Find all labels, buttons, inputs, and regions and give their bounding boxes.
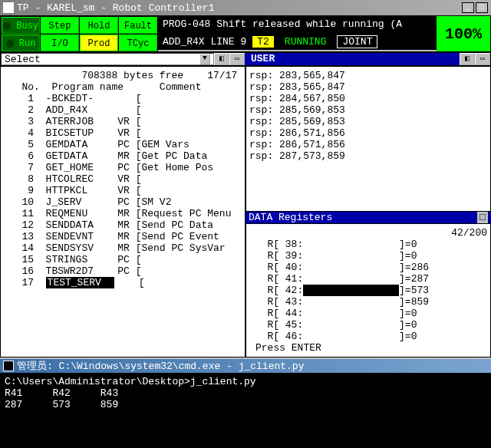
press-enter-prompt: Press ENTER bbox=[249, 342, 487, 354]
register-row[interactable]: R[ 40: ]=286 bbox=[249, 262, 487, 273]
program-list-pane[interactable]: 708388 bytes free 17/17 No. Program name… bbox=[0, 66, 246, 357]
program-row[interactable]: 5 GEMDATA PC [GEM Vars ] bbox=[4, 139, 242, 150]
main-area: 708388 bytes free 17/17 No. Program name… bbox=[0, 66, 491, 357]
program-row[interactable]: 2 ADD_R4X [ ] bbox=[4, 104, 242, 116]
rsp-line: rsp: 285,569,853 bbox=[249, 104, 487, 116]
override-percent[interactable]: 100% bbox=[437, 16, 490, 51]
select-label: Select bbox=[5, 54, 41, 64]
busy-button[interactable]: Busy bbox=[2, 17, 40, 34]
run-button[interactable]: Run bbox=[2, 35, 40, 51]
register-row[interactable]: R[ 42: ]=573 bbox=[249, 285, 487, 296]
busy-indicator-icon bbox=[3, 22, 11, 30]
program-row[interactable]: 17 TEST_SERV [ ] bbox=[4, 277, 242, 288]
chevron-down-icon[interactable]: ▼ bbox=[199, 54, 210, 64]
program-row[interactable]: 16 TBSWR2D7 PC [ ] bbox=[4, 265, 242, 277]
register-row[interactable]: R[ 46: ]=0 bbox=[249, 331, 487, 342]
prod-button[interactable]: Prod bbox=[80, 35, 118, 51]
data-registers-pane[interactable]: 42/200 R[ 38: ]=0 R[ 39: ]=0 R[ 40: ]=28… bbox=[246, 223, 491, 357]
register-row[interactable]: R[ 39: ]=0 bbox=[249, 250, 487, 262]
rsp-line: rsp: 286,571,856 bbox=[249, 127, 487, 139]
hold-button[interactable]: Hold bbox=[80, 17, 118, 34]
run-indicator-icon bbox=[6, 40, 14, 48]
program-row[interactable]: 4 BICSETUP VR [ ] bbox=[4, 127, 242, 139]
app-icon bbox=[3, 2, 14, 13]
program-row[interactable]: 1 -BCKEDT- [ ] bbox=[4, 93, 242, 104]
t2-mode-badge: T2 bbox=[252, 36, 274, 48]
alarm-line: PROG-048 Shift released while running (A bbox=[158, 16, 437, 33]
program-row[interactable]: 7 GET_HOME PC [Get Home Pos ] bbox=[4, 162, 242, 173]
program-row[interactable]: 10 J_SERV PC [SM V2 ] bbox=[4, 196, 242, 208]
program-status-line: ADD_R4X LINE 9 T2 RUNNING JOINT bbox=[158, 33, 437, 50]
register-count: 42/200 bbox=[249, 227, 487, 239]
window-icon[interactable]: ▭ bbox=[475, 53, 490, 65]
cmd-title-text: 管理员: C:\Windows\system32\cmd.exe - j_cli… bbox=[17, 359, 304, 373]
joint-badge: JOINT bbox=[337, 35, 377, 48]
close-icon[interactable]: □ bbox=[477, 212, 488, 223]
rsp-line: rsp: 284,567,850 bbox=[249, 93, 487, 104]
cycle-button[interactable]: TCyc bbox=[119, 35, 157, 51]
program-row[interactable]: 14 SENDSYSV MR [Send PC SysVar ] bbox=[4, 242, 242, 254]
rsp-line: rsp: 285,569,853 bbox=[249, 116, 487, 127]
register-row[interactable]: R[ 44: ]=0 bbox=[249, 308, 487, 319]
select-row: Select ▼ ◧ ▭ USER ◧ ▭ bbox=[0, 52, 491, 66]
program-row[interactable]: 3 ATERRJOB VR [ ] bbox=[4, 116, 242, 127]
bytes-free-line: 708388 bytes free 17/17 bbox=[4, 70, 242, 81]
data-registers-label: DATA Registers bbox=[249, 212, 332, 223]
cmd-icon bbox=[3, 361, 14, 371]
split-icon[interactable]: ◧ bbox=[460, 53, 475, 65]
minimize-button[interactable]: _ bbox=[462, 2, 474, 13]
user-tab[interactable]: USER bbox=[245, 53, 460, 65]
cmd-title-bar: 管理员: C:\Windows\system32\cmd.exe - j_cli… bbox=[0, 359, 491, 373]
toolbar: Busy Step Hold Fault Run I/O Prod TCyc P… bbox=[0, 15, 491, 52]
fault-button[interactable]: Fault bbox=[119, 17, 157, 34]
register-row[interactable]: R[ 41: ]=287 bbox=[249, 273, 487, 285]
program-row[interactable]: 11 REQMENU MR [Request PC Menu ] bbox=[4, 208, 242, 219]
title-bar: TP - KAREL_sm - Robot Controller1 _ □ bbox=[0, 0, 491, 15]
program-row[interactable]: 15 STRINGS PC [ ] bbox=[4, 254, 242, 265]
running-badge: RUNNING bbox=[280, 36, 331, 48]
split-icon[interactable]: ◧ bbox=[214, 53, 229, 65]
register-row[interactable]: R[ 45: ]=0 bbox=[249, 319, 487, 331]
pane-controls-right: ◧ ▭ bbox=[460, 53, 490, 65]
register-row[interactable]: R[ 43: ]=859 bbox=[249, 296, 487, 308]
select-dropdown[interactable]: Select ▼ bbox=[1, 53, 214, 65]
program-row[interactable]: 9 HTTPKCL VR [ ] bbox=[4, 185, 242, 196]
cmd-terminal[interactable]: C:\Users\Administrator\Desktop>j_client.… bbox=[0, 373, 491, 448]
step-button[interactable]: Step bbox=[41, 17, 79, 34]
rsp-line: rsp: 286,571,856 bbox=[249, 139, 487, 150]
rsp-line: rsp: 283,565,847 bbox=[249, 70, 487, 81]
register-row[interactable]: R[ 38: ]=0 bbox=[249, 239, 487, 250]
rsp-line: rsp: 283,565,847 bbox=[249, 81, 487, 93]
program-row[interactable]: 6 GETDATA MR [Get PC Data ] bbox=[4, 150, 242, 162]
pane-controls: ◧ ▭ bbox=[214, 53, 245, 65]
window-title: TP - KAREL_sm - Robot Controller1 bbox=[17, 2, 214, 14]
program-row[interactable]: 13 SENDEVNT MR [Send PC Event ] bbox=[4, 231, 242, 242]
window-icon[interactable]: ▭ bbox=[229, 53, 245, 65]
program-row[interactable]: 12 SENDDATA MR [Send PC Data ] bbox=[4, 219, 242, 231]
status-button-grid: Busy Step Hold Fault Run I/O Prod TCyc bbox=[1, 16, 158, 51]
program-line: ADD_R4X LINE 9 bbox=[163, 36, 246, 48]
program-row[interactable]: 8 HTCOLREC VR [ ] bbox=[4, 173, 242, 185]
io-button[interactable]: I/O bbox=[41, 35, 79, 51]
data-registers-header[interactable]: DATA Registers □ bbox=[246, 212, 491, 223]
maximize-button[interactable]: □ bbox=[476, 2, 488, 13]
column-headers: No. Program name Comment bbox=[4, 81, 242, 93]
rsp-line: rsp: 287,573,859 bbox=[249, 150, 487, 162]
user-output-pane[interactable]: rsp: 283,565,847 rsp: 283,565,847 rsp: 2… bbox=[246, 66, 491, 212]
status-area: PROG-048 Shift released while running (A… bbox=[158, 16, 437, 51]
